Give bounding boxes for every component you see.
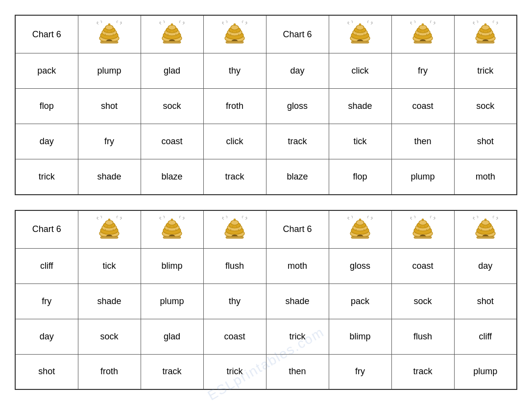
svg-point-106 (236, 226, 237, 227)
word-text: blimp (349, 332, 370, 341)
word-text: track (162, 366, 181, 376)
word-text: day (290, 66, 304, 76)
svg-point-23 (171, 24, 173, 26)
word-cell: gloss (329, 248, 391, 283)
svg-point-81 (107, 226, 108, 227)
word-text: blaze (287, 172, 308, 181)
word-cell: moth (454, 159, 517, 195)
svg-point-117 (358, 226, 359, 227)
word-text: then (414, 136, 431, 146)
word-text: flop (353, 172, 367, 181)
word-cell: shade (329, 89, 391, 124)
word-cell: glad (141, 319, 203, 354)
svg-point-104 (238, 229, 239, 230)
word-text: shade (285, 296, 309, 306)
word-text: plump (97, 66, 121, 76)
hive-icon (457, 215, 515, 244)
word-cell: tick (78, 248, 141, 283)
word-cell: shade (78, 159, 141, 195)
word-cell: coast (203, 319, 266, 354)
word-text: thy (229, 66, 241, 76)
word-text: froth (100, 366, 118, 376)
word-text: gloss (287, 101, 308, 111)
table-row: packplumpgladthydayclickfrytrick (15, 53, 517, 89)
word-cell: flush (391, 319, 454, 354)
svg-point-94 (173, 226, 174, 227)
svg-point-57 (420, 31, 421, 32)
word-text: blaze (161, 172, 182, 181)
word-text: gloss (350, 261, 370, 271)
svg-rect-6 (100, 41, 118, 43)
svg-point-141 (483, 226, 484, 227)
svg-point-56 (426, 34, 427, 35)
svg-point-129 (420, 226, 421, 227)
chart-label: Chart 6 (32, 224, 61, 234)
word-cell: shot (78, 89, 141, 124)
word-text: coast (161, 136, 182, 146)
svg-point-52 (419, 25, 427, 30)
word-text: flop (40, 101, 54, 111)
table-row: fryshadeplumpthyshadepacksockshot (15, 283, 517, 319)
svg-point-131 (422, 219, 424, 221)
svg-point-16 (168, 25, 176, 30)
table-row: trickshadeblazetrackblazeflopplumpmoth (15, 159, 517, 195)
word-cell: fry (15, 283, 78, 319)
chart-label: Chart 6 (32, 29, 61, 39)
word-text: cliff (40, 261, 53, 271)
svg-point-112 (356, 220, 364, 225)
table-row: clifftickblimpflushmothglosscoastday (15, 248, 517, 283)
svg-point-82 (111, 226, 112, 227)
word-text: glad (164, 66, 180, 76)
word-text: sock (476, 101, 494, 111)
word-text: trick (39, 172, 55, 181)
hive-icon-cell (329, 15, 391, 53)
svg-point-45 (358, 31, 359, 32)
svg-point-10 (111, 31, 112, 32)
table-row: shotfrothtracktrickthenfrytrackplump (15, 354, 517, 389)
hive-icon (394, 20, 452, 49)
word-cell: tick (329, 124, 391, 159)
svg-rect-138 (477, 236, 494, 238)
word-cell: trick (454, 53, 517, 89)
word-cell: cliff (454, 319, 517, 354)
hive-icon-cell (141, 210, 203, 249)
word-text: trick (227, 366, 243, 376)
word-text: glad (164, 332, 180, 341)
word-text: click (226, 136, 243, 146)
word-cell: moth (266, 248, 329, 283)
svg-point-136 (482, 220, 489, 225)
svg-point-33 (232, 31, 233, 32)
svg-point-32 (238, 34, 239, 35)
word-cell: plump (454, 354, 517, 389)
word-cell: shot (15, 354, 78, 389)
word-cell: trick (266, 319, 329, 354)
word-text: tick (354, 136, 367, 146)
hive-icon-cell (141, 15, 203, 53)
svg-point-21 (169, 31, 170, 32)
hive-icon (143, 20, 201, 49)
word-cell: click (329, 53, 391, 89)
word-text: trick (477, 66, 493, 76)
svg-point-80 (113, 229, 114, 230)
word-cell: cliff (15, 248, 78, 283)
svg-point-28 (231, 25, 239, 30)
svg-point-44 (363, 34, 364, 35)
svg-point-43 (356, 34, 357, 35)
svg-point-127 (418, 229, 419, 230)
svg-point-95 (171, 219, 173, 221)
svg-point-76 (105, 220, 113, 225)
word-cell: sock (141, 89, 203, 124)
word-text: plump (473, 366, 497, 376)
svg-point-70 (487, 31, 488, 32)
word-cell: froth (78, 354, 141, 389)
word-cell: coast (141, 124, 203, 159)
word-cell: day (15, 319, 78, 354)
word-cell: track (203, 159, 266, 195)
word-cell: trick (203, 354, 266, 389)
word-text: coast (412, 101, 433, 111)
word-cell: froth (203, 89, 266, 124)
hive-icon-cell (329, 210, 391, 249)
svg-point-46 (362, 31, 363, 32)
word-cell: blaze (141, 159, 203, 195)
svg-point-59 (422, 24, 424, 26)
